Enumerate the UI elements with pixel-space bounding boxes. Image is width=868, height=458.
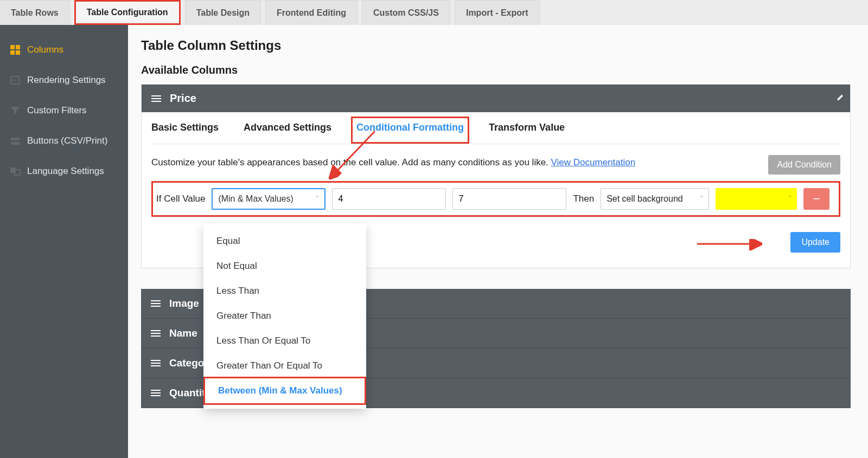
- render-icon: [10, 75, 21, 86]
- tab-table-rows[interactable]: Table Rows: [0, 0, 70, 25]
- chevron-down-icon: ˅: [788, 195, 792, 203]
- sidebar-item-label: Columns: [27, 44, 63, 55]
- condition-row-highlight: If Cell Value (Min & Max Values) ˄ Then: [151, 181, 840, 217]
- then-label: Then: [573, 193, 594, 204]
- svg-rect-1: [16, 45, 20, 49]
- max-value-input-wrap: [452, 188, 566, 210]
- sidebar-item-columns[interactable]: Columns: [0, 35, 128, 65]
- condition-row: If Cell Value (Min & Max Values) ˄ Then: [156, 185, 835, 213]
- dropdown-item-greater-than[interactable]: Greater Than: [203, 304, 366, 328]
- svg-rect-2: [10, 50, 15, 55]
- drag-handle-icon[interactable]: [151, 360, 161, 366]
- inner-tab-basic-settings[interactable]: Basic Settings: [151, 122, 219, 144]
- chevron-down-icon: ˅: [700, 195, 703, 203]
- drag-handle-icon[interactable]: [151, 300, 161, 307]
- column-name: Price: [170, 92, 196, 105]
- description-text: Customize your table's appearances based…: [151, 157, 840, 168]
- tab-frontend-editing[interactable]: Frontend Editing: [265, 0, 358, 25]
- inner-tabs: Basic Settings Advanced Settings Conditi…: [151, 112, 840, 144]
- svg-rect-6: [11, 138, 20, 140]
- inner-tab-transform-value[interactable]: Transform Value: [489, 122, 565, 144]
- remove-condition-button[interactable]: −: [803, 188, 829, 210]
- drag-handle-icon[interactable]: [151, 390, 161, 396]
- dropdown-item-less-than[interactable]: Less Than: [203, 279, 366, 304]
- svg-rect-7: [11, 142, 20, 145]
- filter-icon: [10, 105, 21, 116]
- dropdown-item-gte[interactable]: Greater Than Or Equal To: [203, 353, 366, 378]
- inner-tab-conditional-formatting[interactable]: Conditional Formatting: [356, 122, 464, 144]
- sidebar-item-label: Buttons (CSV/Print): [27, 136, 107, 146]
- min-value-input-wrap: [332, 188, 446, 210]
- minus-icon: −: [813, 192, 820, 206]
- if-cell-value-label: If Cell Value: [156, 193, 205, 204]
- dropdown-item-not-equal[interactable]: Not Equal: [203, 254, 366, 279]
- column-item-label: Name: [169, 327, 197, 339]
- column-item-label: Image: [169, 298, 199, 309]
- sidebar-item-custom-filters[interactable]: Custom Filters: [0, 95, 128, 126]
- dropdown-item-lte[interactable]: Less Than Or Equal To: [203, 328, 366, 353]
- action-select[interactable]: Set cell background ˅: [601, 188, 709, 210]
- chevron-up-icon: ˄: [316, 195, 319, 203]
- drag-handle-icon[interactable]: [151, 95, 161, 102]
- add-condition-button[interactable]: Add Condition: [768, 155, 840, 175]
- sidebar-item-buttons[interactable]: Buttons (CSV/Print): [0, 126, 128, 156]
- language-icon: [10, 166, 21, 177]
- top-tabs: Table Rows Table Configuration Table Des…: [0, 0, 868, 25]
- panel-body: Add Condition Customize your table's app…: [142, 144, 850, 268]
- operator-select[interactable]: (Min & Max Values) ˄: [212, 188, 326, 210]
- section-title: Available Columns: [141, 64, 851, 76]
- description-prefix: Customize your table's appearances based…: [151, 157, 551, 167]
- dropdown-item-equal[interactable]: Equal: [203, 229, 366, 254]
- dropdown-item-between[interactable]: Between (Min & Max Values): [203, 377, 366, 405]
- column-panel-price: Price Basic Settings Advanced Settings C…: [141, 84, 851, 268]
- update-button[interactable]: Update: [790, 232, 840, 253]
- color-picker[interactable]: ˅: [716, 188, 797, 210]
- min-value-input[interactable]: [338, 194, 440, 204]
- svg-rect-0: [10, 45, 15, 49]
- svg-rect-3: [16, 50, 20, 55]
- documentation-link[interactable]: View Documentation: [551, 157, 636, 167]
- operator-value: (Min & Max Values): [218, 194, 310, 204]
- page-title: Table Column Settings: [141, 38, 851, 53]
- column-panel-header[interactable]: Price: [142, 85, 850, 112]
- operator-dropdown: Equal Not Equal Less Than Greater Than L…: [203, 223, 366, 409]
- sidebar: Columns Rendering Settings Custom Filter…: [0, 25, 128, 458]
- tab-custom-css-js[interactable]: Custom CSS/JS: [362, 0, 450, 25]
- pencil-icon[interactable]: [836, 94, 844, 103]
- main-content: Table Column Settings Available Columns …: [128, 25, 868, 458]
- tab-table-configuration[interactable]: Table Configuration: [74, 0, 181, 25]
- sidebar-item-rendering-settings[interactable]: Rendering Settings: [0, 65, 128, 95]
- sidebar-item-language-settings[interactable]: Language Settings: [0, 156, 128, 186]
- svg-point-5: [13, 79, 15, 81]
- tab-import-export[interactable]: Import - Export: [455, 0, 540, 25]
- sidebar-item-label: Custom Filters: [27, 105, 87, 116]
- sidebar-item-label: Language Settings: [27, 166, 104, 177]
- action-value: Set cell background: [607, 194, 683, 204]
- max-value-input[interactable]: [458, 194, 560, 204]
- sidebar-item-label: Rendering Settings: [27, 75, 106, 86]
- inner-tab-advanced-settings[interactable]: Advanced Settings: [244, 122, 331, 144]
- drag-handle-icon[interactable]: [151, 330, 161, 337]
- columns-grid-icon: [10, 44, 21, 55]
- buttons-icon: [10, 136, 21, 146]
- tab-table-design[interactable]: Table Design: [185, 0, 261, 25]
